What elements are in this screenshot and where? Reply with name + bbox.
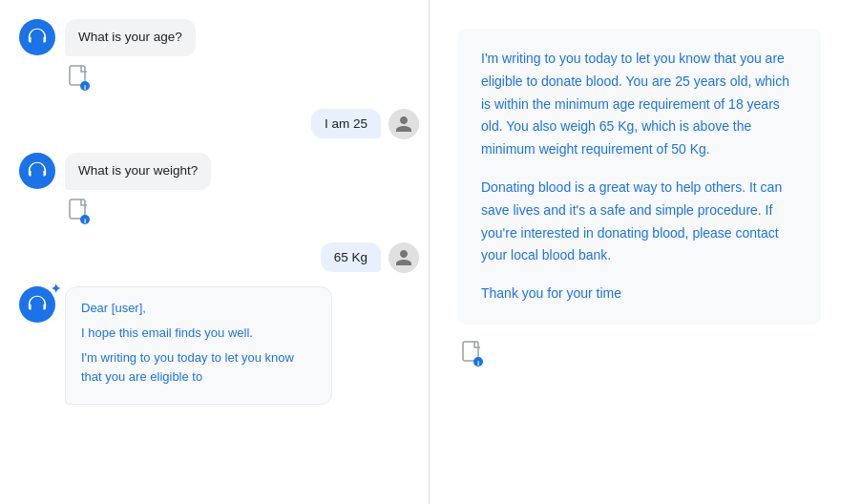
message-group-email: ✦ Dear [user], I hope this email finds y… (19, 286, 419, 406)
email-paragraph-1: I'm writing to you today to let you know… (481, 48, 798, 161)
email-paragraph-2: Donating blood is a great way to help ot… (481, 177, 798, 267)
message-group-1: What is your age? i (19, 19, 419, 95)
headset-icon-2 (27, 160, 48, 181)
email-doc-icon-row: i (458, 340, 838, 368)
svg-text:i: i (84, 83, 86, 92)
email-preview-line1: Dear [user], (81, 299, 316, 318)
email-doc-icon: i (458, 340, 487, 368)
email-preview-line2: I hope this email finds you well. (81, 324, 316, 343)
bot-avatar-1 (19, 19, 55, 55)
user-row-age: I am 25 (19, 109, 419, 139)
file-icon-2: i (67, 199, 92, 225)
headset-icon (27, 27, 48, 48)
bot-avatar-sparkle-wrapper: ✦ (19, 286, 55, 323)
bot-message-weight: What is your weight? (65, 153, 211, 190)
bot-avatar-2 (19, 153, 55, 189)
doc-icon-2: i (65, 198, 94, 226)
bot-row-weight: What is your weight? (19, 153, 419, 190)
person-icon-2 (394, 248, 413, 267)
headset-icon-3 (27, 294, 48, 315)
bot-email-preview-bubble: Dear [user], I hope this email finds you… (65, 286, 332, 406)
bot-row-email: ✦ Dear [user], I hope this email finds y… (19, 286, 419, 406)
svg-text:i: i (84, 217, 86, 225)
svg-text:i: i (477, 359, 479, 368)
user-avatar-2 (388, 242, 419, 273)
chat-panel[interactable]: What is your age? i I am 25 (0, 0, 430, 504)
sparkle-icon: ✦ (51, 283, 61, 295)
person-icon-1 (394, 115, 413, 134)
user-message-weight: 65 Kg (321, 242, 381, 272)
bot-row-age: What is your age? (19, 19, 419, 56)
file-icon-1: i (67, 65, 92, 92)
bot-message-age: What is your age? (65, 19, 196, 56)
user-avatar-1 (388, 109, 419, 139)
email-closing: Thank you for your time (481, 283, 798, 305)
user-row-weight: 65 Kg (19, 242, 419, 273)
user-message-age: I am 25 (311, 109, 381, 138)
doc-icon-row-1: i (65, 64, 419, 95)
message-group-2: What is your weight? i (19, 153, 419, 229)
email-preview-line3: I'm writing to you today to let you know… (81, 348, 316, 387)
email-panel: I'm writing to you today to let you know… (430, 0, 861, 504)
doc-icon-1: i (65, 64, 94, 93)
email-content-box: I'm writing to you today to let you know… (458, 29, 821, 325)
email-file-icon: i (460, 341, 485, 368)
doc-icon-row-2: i (65, 198, 419, 229)
